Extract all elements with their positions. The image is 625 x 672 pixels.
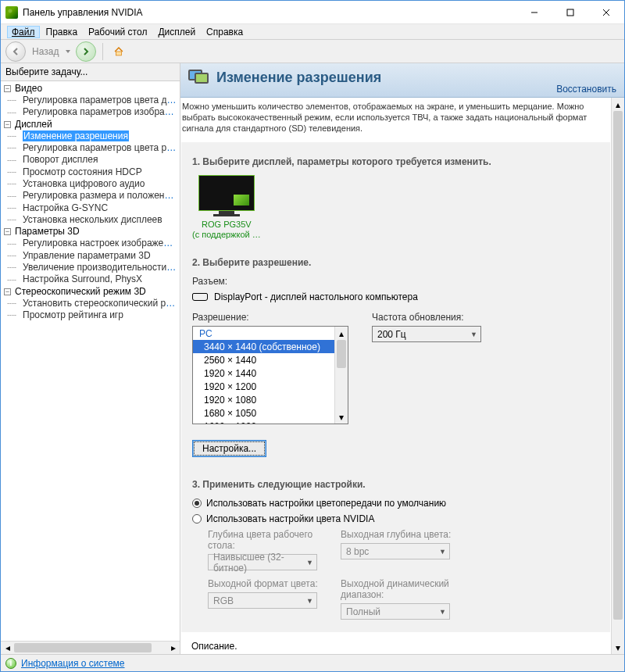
restore-defaults-link[interactable]: Восстановить bbox=[556, 84, 616, 95]
close-button[interactable] bbox=[588, 1, 624, 23]
description-label: Описание. bbox=[180, 633, 611, 654]
displayport-icon bbox=[192, 293, 208, 301]
resolution-label: Разрешение: bbox=[192, 312, 348, 323]
collapse-icon[interactable]: − bbox=[4, 85, 11, 92]
scroll-thumb[interactable] bbox=[14, 643, 152, 652]
customize-button[interactable]: Настройка... bbox=[192, 440, 266, 457]
radio-default-colors[interactable]: Использовать настройки цветопередачи по … bbox=[192, 498, 599, 509]
output-format-select: RGB▼ bbox=[208, 592, 317, 609]
dropdown-icon[interactable] bbox=[65, 48, 71, 55]
tree-item[interactable]: ┄┄Установка цифрового аудио bbox=[7, 178, 180, 190]
system-info-link[interactable]: Информация о системе bbox=[21, 658, 124, 669]
resolution-option[interactable]: 1600 × 1200 bbox=[193, 420, 334, 424]
listbox-scrollbar[interactable]: ▴ ▾ bbox=[334, 327, 348, 424]
horizontal-scrollbar[interactable]: ◂ ▸ bbox=[1, 641, 180, 654]
resolution-option[interactable]: 1920 × 1080 bbox=[193, 393, 334, 406]
back-label: Назад bbox=[30, 46, 60, 57]
desktop-depth-select: Наивысшее (32-битное)▼ bbox=[208, 554, 317, 570]
scroll-thumb[interactable] bbox=[337, 340, 346, 368]
tree-item[interactable]: ┄┄Поворот дисплея bbox=[7, 154, 180, 166]
back-button[interactable] bbox=[5, 41, 26, 62]
separator bbox=[102, 43, 103, 60]
refresh-select[interactable]: 200 Гц▼ bbox=[372, 326, 481, 342]
menu-file[interactable]: Файл bbox=[7, 26, 40, 38]
tree-item[interactable]: ┄┄Настройка Surround, PhysX bbox=[7, 273, 180, 285]
scroll-down-icon[interactable]: ▾ bbox=[335, 410, 348, 424]
tree-item[interactable]: ┄┄Регулировка параметров изображения д bbox=[7, 106, 180, 118]
page-header: Изменение разрешения Восстановить bbox=[180, 63, 624, 98]
radio-nvidia-colors[interactable]: Использовать настройки цвета NVIDIA bbox=[192, 513, 599, 524]
display-thumbnail[interactable]: ROG PG35V (с поддержкой … bbox=[192, 175, 261, 240]
resolution-option[interactable]: 2560 × 1440 bbox=[193, 353, 334, 366]
resolution-option[interactable]: 1920 × 1440 bbox=[193, 366, 334, 380]
tree-group[interactable]: −Дисплей bbox=[2, 119, 180, 130]
scroll-up-icon[interactable]: ▴ bbox=[612, 98, 624, 111]
collapse-icon[interactable]: − bbox=[4, 121, 11, 128]
output-depth-label: Выходная глубина цвета: bbox=[341, 529, 458, 540]
window-title: Панель управления NVIDIA bbox=[23, 7, 516, 18]
scroll-thumb[interactable] bbox=[613, 111, 623, 620]
maximize-button[interactable] bbox=[552, 1, 588, 23]
nav-tree[interactable]: −Видео┄┄Регулировка параметров цвета для… bbox=[1, 81, 180, 641]
home-button[interactable] bbox=[109, 42, 128, 61]
radio-icon bbox=[192, 514, 202, 524]
connector-label: Разъем: bbox=[192, 276, 599, 287]
output-format-label: Выходной формат цвета: bbox=[208, 578, 325, 589]
tree-item[interactable]: ┄┄Настройка G-SYNC bbox=[7, 202, 180, 214]
output-range-select: Полный▼ bbox=[341, 603, 450, 620]
svg-rect-0 bbox=[567, 9, 573, 16]
desktop-depth-label: Глубина цвета рабочего стола: bbox=[208, 529, 325, 551]
tree-group[interactable]: −Стереоскопический режим 3D bbox=[2, 286, 180, 298]
forward-button[interactable] bbox=[76, 41, 96, 62]
vertical-scrollbar[interactable]: ▴ ▾ bbox=[611, 98, 624, 654]
display-name: ROG PG35V bbox=[192, 220, 261, 230]
tree-item[interactable]: ┄┄Установка нескольких дисплеев bbox=[7, 214, 180, 226]
resolution-option[interactable]: 1680 × 1050 bbox=[193, 406, 334, 420]
refresh-label: Частота обновления: bbox=[372, 312, 481, 323]
menu-edit[interactable]: Правка bbox=[41, 26, 83, 38]
status-bar: i Информация о системе bbox=[1, 654, 624, 671]
output-range-label: Выходной динамический диапазон: bbox=[341, 578, 458, 600]
tree-item[interactable]: ┄┄Регулировка настроек изображения с п bbox=[7, 238, 180, 249]
intro-text: Можно уменьшить количество элементов, от… bbox=[180, 98, 611, 141]
minimize-button[interactable] bbox=[516, 1, 552, 23]
tree-item[interactable]: ┄┄Управление параметрами 3D bbox=[7, 250, 180, 262]
tree-group[interactable]: −Видео bbox=[2, 83, 180, 95]
display-sub: (с поддержкой … bbox=[192, 230, 261, 240]
page-title: Изменение разрешения bbox=[216, 70, 381, 86]
step-3-label: 3. Применить следующие настройки. bbox=[192, 479, 599, 490]
collapse-icon[interactable]: − bbox=[4, 288, 11, 295]
app-icon bbox=[5, 6, 18, 19]
tree-item[interactable]: ┄┄Просмотр состояния HDCP bbox=[7, 166, 180, 178]
tree-item[interactable]: ┄┄Регулировка параметров цвета для вид bbox=[7, 95, 180, 106]
tree-item[interactable]: ┄┄Регулировка размера и положения рабо bbox=[7, 190, 180, 202]
resolution-option[interactable]: 1920 × 1200 bbox=[193, 380, 334, 393]
tree-group[interactable]: −Параметры 3D bbox=[2, 226, 180, 238]
menubar: Файл Правка Рабочий стол Дисплей Справка bbox=[1, 24, 624, 40]
tree-item[interactable]: ┄┄Просмотр рейтинга игр bbox=[7, 309, 180, 321]
scroll-down-icon[interactable]: ▾ bbox=[612, 641, 624, 654]
toolbar: Назад bbox=[1, 40, 624, 63]
resolution-listbox[interactable]: PC3440 × 1440 (собственное)2560 × 144019… bbox=[192, 326, 348, 424]
scroll-up-icon[interactable]: ▴ bbox=[335, 327, 348, 340]
scroll-left-icon[interactable]: ◂ bbox=[1, 642, 14, 655]
main-panel: Изменение разрешения Восстановить Можно … bbox=[180, 63, 624, 654]
tree-item[interactable]: ┄┄Увеличение производительности ГП bbox=[7, 262, 180, 273]
sidebar: Выберите задачу... −Видео┄┄Регулировка п… bbox=[1, 63, 180, 654]
tree-item[interactable]: ┄┄Изменение разрешения bbox=[7, 130, 180, 142]
menu-desktop[interactable]: Рабочий стол bbox=[84, 26, 152, 38]
output-depth-select: 8 bpc▼ bbox=[341, 543, 450, 559]
list-group-header: PC bbox=[193, 327, 334, 340]
svg-rect-1 bbox=[116, 52, 122, 55]
chevron-down-icon: ▼ bbox=[470, 331, 477, 338]
tree-item[interactable]: ┄┄Регулировка параметров цвета рабочег bbox=[7, 142, 180, 154]
resolution-icon bbox=[188, 68, 210, 87]
menu-display[interactable]: Дисплей bbox=[153, 26, 200, 38]
titlebar: Панель управления NVIDIA bbox=[1, 1, 624, 24]
scroll-right-icon[interactable]: ▸ bbox=[166, 642, 180, 655]
menu-help[interactable]: Справка bbox=[202, 26, 248, 38]
resolution-option[interactable]: 3440 × 1440 (собственное) bbox=[193, 340, 334, 353]
radio-icon bbox=[192, 499, 202, 508]
collapse-icon[interactable]: − bbox=[4, 228, 11, 235]
tree-item[interactable]: ┄┄Установить стереоскопический режим 3 bbox=[7, 298, 180, 309]
